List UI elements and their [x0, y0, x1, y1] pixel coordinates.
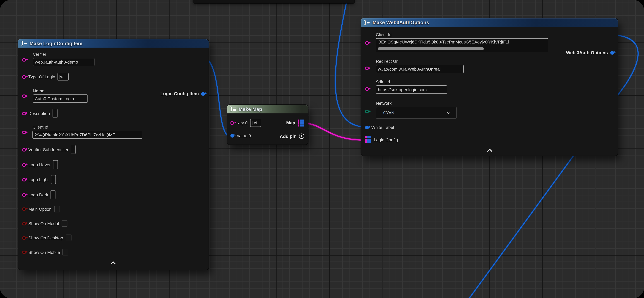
- field-row-client-id: Client Id 294QRkchfq2YaXUbPri7D6PH7xzHgQ…: [32, 124, 142, 139]
- key-0-input[interactable]: jwt: [250, 119, 261, 127]
- field-row-white-label: White Label: [365, 125, 394, 130]
- pin-label-sdk-url: Sdk Url: [376, 79, 447, 84]
- pin-label-description: Description: [28, 111, 50, 116]
- field-row-show-on-desktop: Show On Desktop: [22, 234, 71, 241]
- verifier-sub-identifier-input[interactable]: [71, 145, 76, 154]
- output-pin-login-config-item[interactable]: [201, 92, 205, 96]
- output-row-web3auth-options: Web 3Auth Options: [566, 50, 614, 55]
- main-option-checkbox[interactable]: [54, 206, 60, 212]
- input-pin-main-option[interactable]: [22, 207, 26, 211]
- input-pin-key-0[interactable]: [230, 121, 234, 125]
- pin-label-main-option: Main Option: [28, 207, 52, 212]
- blueprint-editor: Make LoginConfigItem Login Config Item V…: [0, 0, 644, 298]
- client-id-scrollbar[interactable]: [378, 47, 484, 50]
- input-pin-logo-light[interactable]: [22, 178, 26, 182]
- node-make-loginconfigitem[interactable]: Make LoginConfigItem Login Config Item V…: [18, 39, 209, 270]
- input-pin-type-of-login[interactable]: [22, 75, 26, 79]
- sdk-url-input[interactable]: https://sdk.openlogin.com: [376, 86, 447, 94]
- input-pin-white-label[interactable]: [365, 126, 369, 129]
- field-row-verifier: Verifier web3auth-auth0-demo: [33, 52, 94, 66]
- input-pin-logo-hover[interactable]: [22, 163, 26, 166]
- input-pin-client-id[interactable]: [22, 130, 26, 134]
- output-pin-map[interactable]: [298, 120, 304, 126]
- input-pin-login-config[interactable]: [365, 136, 371, 144]
- description-input[interactable]: [52, 109, 57, 118]
- field-row-description: Description: [22, 109, 57, 118]
- input-pin-name[interactable]: [22, 94, 26, 98]
- output-pin-web3auth-options[interactable]: [610, 51, 614, 54]
- node-make-map[interactable]: Make Map Key 0 jwt Map Value 0 Add pin: [227, 105, 308, 145]
- input-pin-show-on-modal[interactable]: [22, 222, 26, 225]
- pin-label-name: Name: [33, 88, 88, 93]
- input-pin-logo-dark[interactable]: [22, 193, 26, 196]
- node-header-make-map[interactable]: Make Map: [227, 105, 308, 113]
- output-row-map: Map: [286, 120, 304, 126]
- input-pin-verifier-sub-identifier[interactable]: [22, 148, 26, 151]
- client-id-input[interactable]: 294QRkchfq2YaXUbPri7D6PH7xzHgQMT: [32, 130, 142, 139]
- show-on-desktop-checkbox[interactable]: [66, 234, 72, 241]
- input-pin-value-0[interactable]: [230, 134, 234, 138]
- field-row-logo-light: Logo Light: [22, 175, 56, 184]
- redirect-url-input[interactable]: w3a://com.w3a.Web3AuthUnreal: [376, 65, 464, 73]
- verifier-input[interactable]: web3auth-auth0-demo: [33, 58, 94, 66]
- input-pin-show-on-desktop[interactable]: [22, 236, 26, 240]
- field-row-client-id: Client Id BEglQSgt4cUWcj6SKRdu5QkOXTsePm…: [376, 32, 548, 52]
- input-pin-sdk-url[interactable]: [365, 87, 369, 91]
- node-title: Make Web3AuthOptions: [372, 20, 429, 26]
- pin-label-show-on-desktop: Show On Desktop: [28, 235, 63, 240]
- type-of-login-input[interactable]: jwt: [58, 73, 69, 81]
- node-title: Make LoginConfigItem: [30, 40, 82, 46]
- chevron-down-icon: [447, 110, 451, 114]
- pin-label-verifier: Verifier: [33, 52, 94, 57]
- logo-light-input[interactable]: [51, 175, 56, 184]
- field-row-show-on-mobile: Show On Mobile: [22, 249, 68, 256]
- field-row-redirect-url: Redirect Url w3a://com.w3a.Web3AuthUnrea…: [376, 59, 464, 73]
- node-title: Make Map: [238, 106, 262, 112]
- make-struct-icon: [364, 20, 370, 25]
- node-make-web3authoptions[interactable]: Make Web3AuthOptions Web 3Auth Options C…: [361, 18, 618, 156]
- pin-label-white-label: White Label: [371, 125, 394, 130]
- output-pin-label: Web 3Auth Options: [566, 50, 608, 55]
- pin-label-network: Network: [376, 101, 457, 106]
- pin-label-show-on-mobile: Show On Mobile: [28, 250, 60, 255]
- logo-dark-input[interactable]: [51, 190, 56, 199]
- output-row-login-config-item: Login Config Item: [160, 91, 205, 96]
- show-on-modal-checkbox[interactable]: [62, 220, 67, 226]
- node-header-make-web3authoptions[interactable]: Make Web3AuthOptions: [361, 18, 618, 27]
- field-row-network: Network CYAN: [376, 101, 457, 119]
- input-pin-show-on-mobile[interactable]: [22, 250, 26, 254]
- network-dropdown[interactable]: CYAN: [376, 107, 457, 118]
- show-on-mobile-checkbox[interactable]: [62, 249, 68, 256]
- collapse-chevron-icon[interactable]: [110, 261, 116, 266]
- pin-label-logo-dark: Logo Dark: [28, 192, 48, 197]
- pin-label-logo-light: Logo Light: [28, 177, 48, 182]
- client-id-input[interactable]: BEglQSgt4cUWcj6SKRdu5QkOXTsePmMcusG5EAoy…: [376, 38, 548, 52]
- field-row-verifier-sub-identifier: Verifier Sub Identifier: [22, 145, 76, 154]
- node-header-make-loginconfigitem[interactable]: Make LoginConfigItem: [18, 39, 209, 48]
- wire-glow: [304, 123, 364, 140]
- collapse-chevron-icon[interactable]: [487, 149, 492, 154]
- field-row-value-0: Value 0: [230, 133, 251, 138]
- field-row-logo-dark: Logo Dark: [22, 190, 56, 199]
- add-pin-button[interactable]: Add pin: [280, 134, 304, 139]
- pin-label-client-id: Client Id: [376, 32, 548, 37]
- client-id-text: BEglQSgt4cUWcj6SKRdu5QkOXTsePmMcusG5EAoy…: [378, 40, 509, 44]
- network-selected-value: CYAN: [383, 110, 394, 115]
- input-pin-network[interactable]: [365, 110, 369, 114]
- pin-label-value-0: Value 0: [236, 133, 251, 138]
- blueprint-graph-canvas[interactable]: Make LoginConfigItem Login Config Item V…: [0, 0, 644, 298]
- offscreen-node-bottom-edge[interactable]: [193, 0, 354, 3]
- pin-label-redirect-url: Redirect Url: [376, 59, 464, 64]
- input-pin-description[interactable]: [22, 112, 26, 115]
- input-pin-client-id[interactable]: [365, 41, 369, 45]
- make-map-icon: [230, 106, 236, 112]
- field-row-key-0: Key 0 jwt: [230, 119, 261, 127]
- wire-map-to-login-config[interactable]: [304, 123, 364, 140]
- name-input[interactable]: Auth0 Custom Login: [33, 94, 88, 103]
- output-pin-label: Login Config Item: [160, 91, 199, 96]
- input-pin-verifier[interactable]: [22, 58, 26, 62]
- input-pin-redirect-url[interactable]: [365, 66, 369, 70]
- field-row-sdk-url: Sdk Url https://sdk.openlogin.com: [376, 79, 447, 94]
- field-row-login-config: Login Config: [365, 136, 398, 144]
- logo-hover-input[interactable]: [53, 160, 58, 169]
